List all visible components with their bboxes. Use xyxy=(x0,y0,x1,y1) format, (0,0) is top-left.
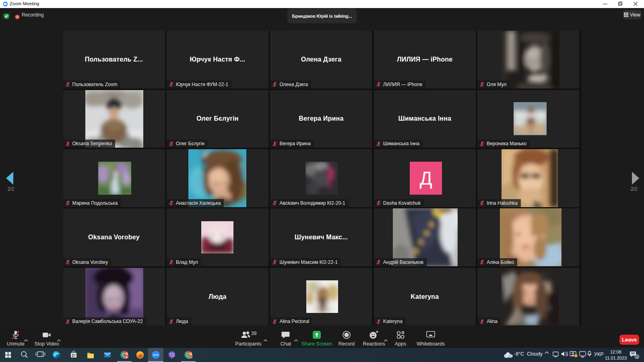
svg-text:2/2: 2/2 xyxy=(631,186,638,192)
svg-text:2/2: 2/2 xyxy=(8,186,14,192)
svg-text:39: 39 xyxy=(251,331,257,336)
svg-text:A: A xyxy=(126,355,128,359)
svg-text:2: 2 xyxy=(636,355,638,359)
svg-text:zoom: zoom xyxy=(153,354,159,356)
